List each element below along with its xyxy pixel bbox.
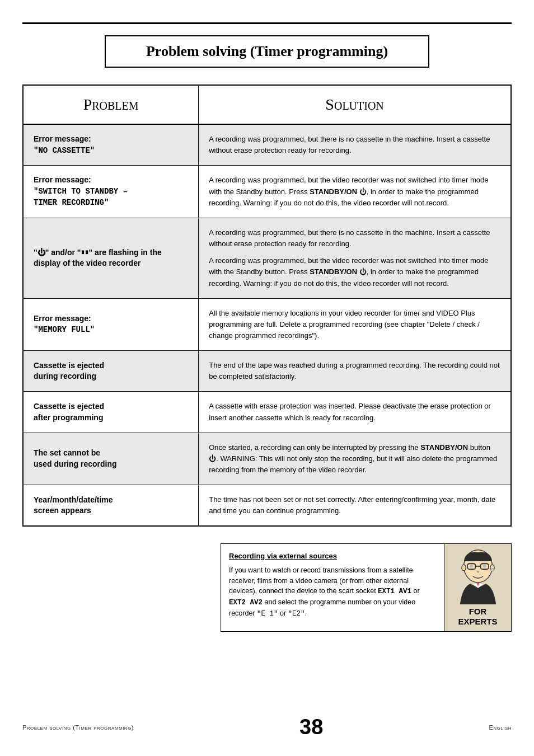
expert-text-area: Recording via external sources If you wa…: [221, 544, 444, 631]
table-row: Error message: "MEMORY FULL" All the ava…: [24, 299, 510, 351]
svg-point-4: [470, 565, 472, 568]
problem-cell: "⏻" and/or "▮▮" are flashing in the disp…: [24, 218, 199, 298]
problem-text: "⏻" and/or "▮▮" are flashing in the disp…: [34, 247, 188, 269]
problem-code: "NO CASSETTE": [34, 146, 95, 155]
table-row: Cassette is ejectedduring recording The …: [24, 351, 510, 392]
solution-column-header: Solution: [199, 86, 510, 124]
problem-column-header: Problem: [24, 86, 199, 124]
problem-cell: Cassette is ejectedafter programming: [24, 392, 199, 432]
page: Problem solving (Timer programming) Prob…: [0, 0, 534, 756]
problem-cell: The set cannot beused during recording: [24, 433, 199, 485]
problem-text: Cassette is ejectedafter programming: [34, 401, 104, 423]
problem-text: Error message: "NO CASSETTE": [34, 134, 95, 156]
problem-text: The set cannot beused during recording: [34, 448, 117, 469]
table-row: Error message: "SWITCH TO STANDBY –TIMER…: [24, 166, 510, 218]
top-rule: [22, 22, 512, 24]
solution-header-label: Solution: [325, 96, 383, 113]
problem-header-label: Problem: [83, 96, 139, 113]
problem-cell: Cassette is ejectedduring recording: [24, 351, 199, 391]
svg-point-6: [461, 565, 465, 571]
solution-cell: A recording was programmed, but the vide…: [199, 166, 510, 218]
solution-cell: A recording was programmed, but there is…: [199, 125, 510, 165]
svg-point-8: [490, 569, 493, 571]
solution-text: A recording was programmed, but the vide…: [209, 255, 500, 289]
problem-cell: Error message: "SWITCH TO STANDBY –TIMER…: [24, 166, 199, 218]
footer-right-text: English: [489, 724, 512, 731]
solution-cell: All the available memory locations in yo…: [199, 299, 510, 350]
svg-point-5: [483, 565, 486, 568]
problem-text: Year/month/date/timescreen appears: [34, 495, 113, 516]
page-title: Problem solving (Timer programming): [123, 43, 411, 60]
bottom-section: Recording via external sources If you wa…: [22, 543, 512, 632]
solution-cell: The time has not been set or not set cor…: [199, 485, 510, 525]
solution-text: Once started, a recording can only be in…: [209, 442, 500, 476]
problem-code: "MEMORY FULL": [34, 325, 95, 334]
problem-code: "SWITCH TO STANDBY –TIMER RECORDING": [34, 187, 128, 208]
footer-page-number: 38: [299, 715, 323, 739]
expert-box-title: Recording via external sources: [229, 551, 436, 562]
page-title-box: Problem solving (Timer programming): [105, 35, 429, 68]
expert-image-area: FOREXPERTS: [444, 544, 511, 631]
solution-text: All the available memory locations in yo…: [209, 308, 500, 341]
table-header-row: Problem Solution: [24, 86, 510, 125]
solution-text: The end of the tape was reached during a…: [209, 360, 500, 382]
expert-box-text: If you want to watch or record transmiss…: [229, 565, 436, 619]
table-row: Error message: "NO CASSETTE" A recording…: [24, 125, 510, 166]
solution-text: The time has not been set or not set cor…: [209, 494, 500, 516]
table-row: The set cannot beused during recording O…: [24, 433, 510, 485]
solution-text: A recording was programmed, but the vide…: [209, 175, 500, 208]
problem-cell: Error message: "MEMORY FULL": [24, 299, 199, 350]
table-row: Cassette is ejectedafter programming A c…: [24, 392, 510, 433]
problem-text: Error message: "SWITCH TO STANDBY –TIMER…: [34, 175, 128, 209]
expert-label: FOREXPERTS: [458, 607, 497, 627]
problem-text: Cassette is ejectedduring recording: [34, 360, 104, 382]
problem-text: Error message: "MEMORY FULL": [34, 313, 95, 336]
solution-text: A recording was programmed, but there is…: [209, 227, 500, 250]
solution-cell: A cassette with erase protection was ins…: [199, 392, 510, 432]
solution-cell: Once started, a recording can only be in…: [199, 433, 510, 485]
table-row: Year/month/date/timescreen appears The t…: [24, 485, 510, 525]
expert-figure-icon: [453, 548, 503, 604]
solution-text: A recording was programmed, but there is…: [209, 134, 500, 156]
table-row: "⏻" and/or "▮▮" are flashing in the disp…: [24, 218, 510, 299]
footer-left-text: Problem solving (Timer programming): [22, 724, 134, 731]
solution-cell: The end of the tape was reached during a…: [199, 351, 510, 391]
problem-cell: Year/month/date/timescreen appears: [24, 485, 199, 525]
expert-box: Recording via external sources If you wa…: [221, 543, 512, 632]
solution-cell: A recording was programmed, but there is…: [199, 218, 510, 298]
main-table: Problem Solution Error message: "NO CASS…: [22, 84, 512, 527]
page-footer: Problem solving (Timer programming) 38 E…: [22, 710, 512, 739]
problem-cell: Error message: "NO CASSETTE": [24, 125, 199, 165]
solution-text: A cassette with erase protection was ins…: [209, 401, 500, 423]
